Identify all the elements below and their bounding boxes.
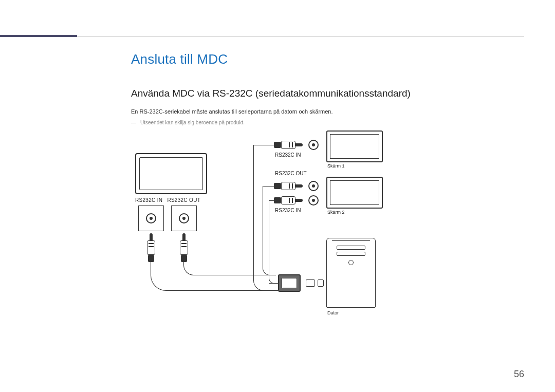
- cable-icon: [253, 145, 276, 145]
- left-port-labels: RS232C IN RS232C OUT: [135, 197, 200, 203]
- page-number: 56: [514, 369, 524, 380]
- label-rs232c-in-top: RS232C IN: [275, 152, 301, 158]
- label-rs232c-out: RS232C OUT: [275, 171, 307, 176]
- display-2-icon: [326, 177, 383, 209]
- page-content: Ansluta till MDC Använda MDC via RS-232C…: [131, 51, 524, 333]
- label-computer: Dator: [327, 310, 339, 315]
- page-body: En RS-232C-seriekabel måste anslutas til…: [131, 108, 524, 115]
- cable-icon: [269, 283, 279, 284]
- page-title: Ansluta till MDC: [131, 51, 524, 67]
- display-1-icon: [326, 130, 383, 162]
- cable-icon: [183, 260, 271, 275]
- accent-bar: [0, 35, 77, 37]
- label-rs232c-in-left: RS232C IN: [135, 197, 162, 203]
- stereo-plug-icon: [147, 233, 155, 262]
- port-circle-icon: [308, 195, 319, 206]
- page-note: Utseendet kan skilja sig beroende på pro…: [131, 120, 524, 125]
- header-divider: [77, 36, 524, 36]
- serial-port-icon: [318, 279, 324, 287]
- stereo-plug-icon: [274, 141, 303, 149]
- stereo-plug-icon: [274, 182, 303, 190]
- port-rs232c-out-icon: [171, 206, 197, 231]
- stereo-plug-icon: [274, 196, 303, 204]
- port-circle-icon: [308, 181, 319, 191]
- db9-pins-icon: [306, 279, 315, 287]
- page-subtitle: Använda MDC via RS-232C (seriedatakommun…: [131, 88, 524, 99]
- connection-diagram: RS232C IN RS232C OUT RS232C IN RS232C OU…: [131, 138, 419, 333]
- stereo-plug-icon: [180, 233, 188, 262]
- port-circle-icon: [308, 140, 319, 150]
- computer-tower-icon: [326, 238, 376, 308]
- label-screen-2: Skärm 2: [327, 210, 345, 215]
- label-rs232c-out-left: RS232C OUT: [167, 197, 200, 203]
- port-rs232c-in-icon: [138, 206, 164, 231]
- db9-connector-icon: [278, 274, 301, 292]
- display-main-icon: [135, 153, 207, 194]
- label-rs232c-in-bottom: RS232C IN: [275, 208, 301, 213]
- label-screen-1: Skärm 1: [327, 163, 345, 169]
